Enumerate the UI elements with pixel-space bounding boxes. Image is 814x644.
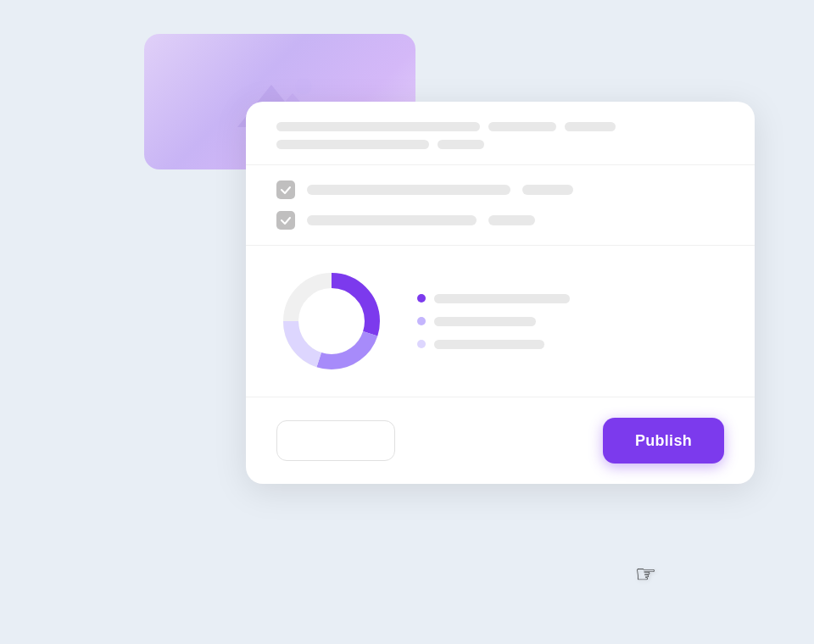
chart-section (246, 246, 755, 397)
skeleton-bar (565, 122, 616, 131)
checkbox-section (246, 165, 755, 246)
skeleton-bar (488, 122, 556, 131)
skeleton-row (276, 140, 724, 149)
checkbox-icon-1 (276, 180, 295, 199)
checkbox-label-bar (307, 185, 510, 195)
checkbox-tag-bar (488, 215, 535, 225)
legend-bar-3 (434, 340, 544, 349)
legend-item-3 (417, 340, 724, 349)
checkbox-tag-bar (522, 185, 573, 195)
legend-bar-2 (434, 317, 536, 326)
skeleton-bar (276, 122, 480, 131)
svg-point-7 (301, 291, 362, 352)
donut-chart (276, 266, 387, 376)
skeleton-row (276, 122, 724, 131)
skeleton-bar (276, 140, 429, 149)
top-skeleton-section (246, 102, 755, 165)
checkbox-label-bar (307, 215, 477, 225)
legend-dot-purple (417, 294, 426, 303)
checkbox-row-2 (276, 211, 724, 230)
legend-dot-light-purple (417, 317, 426, 325)
checkbox-row-1 (276, 180, 724, 199)
publish-button[interactable]: Publish (603, 418, 724, 464)
legend-item-1 (417, 294, 724, 303)
chart-legend (417, 294, 724, 349)
svg-point-2 (295, 78, 312, 95)
checkbox-icon-2 (276, 211, 295, 230)
legend-item-2 (417, 317, 724, 326)
legend-dot-lighter (417, 340, 426, 348)
main-card: Publish (246, 102, 755, 484)
card-footer: Publish (246, 397, 755, 484)
cursor-icon: ☞ (635, 563, 656, 586)
skeleton-bar (438, 140, 484, 149)
cancel-button[interactable] (276, 420, 395, 461)
cursor-wrapper: ☞ (635, 563, 656, 586)
legend-bar-1 (434, 294, 570, 303)
scene: Publish ☞ (110, 34, 704, 610)
